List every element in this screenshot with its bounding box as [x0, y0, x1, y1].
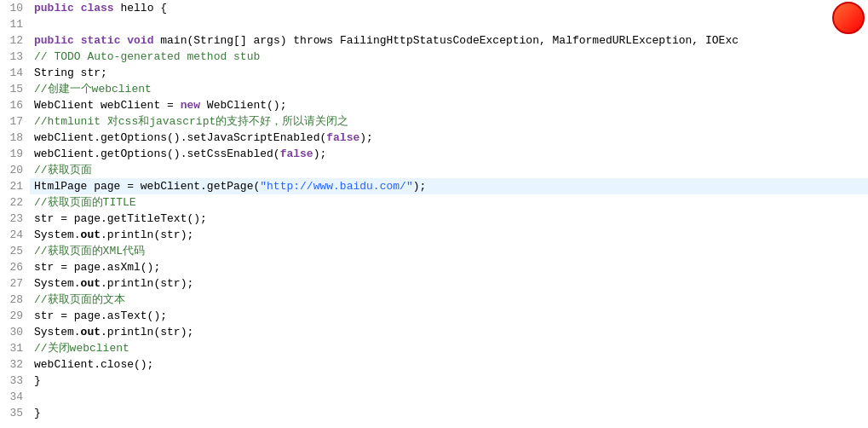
kw-token: false — [326, 131, 359, 144]
plain-token: System. — [34, 326, 81, 338]
plain-token: main(String[] args) throws FailingHttpSt… — [153, 34, 739, 47]
cm-token: //获取页面的文本 — [34, 293, 125, 306]
code-line: 28 //获取页面的文本 — [0, 292, 868, 308]
plain-token: .println(str); — [101, 277, 193, 290]
line-content: System.out.println(str); — [30, 275, 868, 292]
code-line: 22 //获取页面的TITLE — [0, 194, 868, 211]
line-number: 18 — [0, 130, 30, 146]
line-content: System.out.println(str); — [30, 324, 868, 340]
out-bold-token: out — [81, 326, 101, 338]
line-content: webClient.getOptions().setCssEnabled(fal… — [30, 146, 868, 162]
line-content — [30, 389, 868, 405]
plain-token: hello { — [114, 2, 167, 14]
line-content: String str; — [30, 65, 868, 81]
line-content: //关闭webclient — [30, 340, 868, 356]
cm-token: //htmlunit 对css和javascript的支持不好，所以请关闭之 — [34, 115, 348, 128]
plain-token: } — [34, 407, 41, 419]
kw-token: new — [181, 99, 200, 112]
plain-token: str = page.getTitleText(); — [34, 212, 207, 225]
line-number: 33 — [0, 373, 30, 389]
line-number: 22 — [0, 194, 30, 211]
line-content: //获取页面的XML代码 — [30, 243, 868, 259]
code-line: 13 // TODO Auto-generated method stub — [0, 49, 868, 65]
plain-token: WebClient webClient = — [34, 99, 181, 112]
code-line: 27 System.out.println(str); — [0, 275, 868, 292]
plain-token — [74, 2, 81, 14]
lines-container: 10public class hello {11 12 public stati… — [0, 0, 868, 421]
line-content: HtmlPage page = webClient.getPage("http:… — [30, 178, 868, 194]
code-line: 12 public static void main(String[] args… — [0, 32, 868, 49]
out-bold-token: out — [81, 228, 101, 241]
plain-token: HtmlPage page = webClient.getPage( — [34, 180, 260, 193]
line-number: 31 — [0, 340, 30, 356]
plain-token: webClient.close(); — [34, 358, 153, 371]
cm-token: //获取页面 — [34, 164, 92, 176]
code-line: 30 System.out.println(str); — [0, 324, 868, 340]
code-line: 32 webClient.close(); — [0, 356, 868, 373]
line-content: System.out.println(str); — [30, 227, 868, 243]
plain-token: webClient.getOptions().setJavaScriptEnab… — [34, 131, 326, 144]
kw-token: void — [127, 34, 153, 47]
line-number: 32 — [0, 356, 30, 373]
kw-token: false — [280, 147, 313, 160]
line-content: webClient.getOptions().setJavaScriptEnab… — [30, 130, 868, 146]
plain-token: System. — [34, 277, 81, 290]
plain-token — [74, 34, 81, 47]
plain-token: ); — [313, 147, 327, 160]
line-number: 23 — [0, 211, 30, 227]
code-line: 31 //关闭webclient — [0, 340, 868, 356]
code-line: 18 webClient.getOptions().setJavaScriptE… — [0, 130, 868, 146]
code-line: 20 //获取页面 — [0, 162, 868, 178]
plain-token: System. — [34, 228, 81, 241]
plain-token: .println(str); — [101, 228, 193, 241]
code-editor: 10public class hello {11 12 public stati… — [0, 0, 868, 428]
code-line: 15 //创建一个webclient — [0, 81, 868, 97]
line-content — [30, 16, 868, 32]
line-number: 11 — [0, 16, 30, 32]
line-number: 29 — [0, 308, 30, 324]
code-line: 34 — [0, 389, 868, 405]
code-line: 29 str = page.asText(); — [0, 308, 868, 324]
line-number: 14 — [0, 65, 30, 81]
line-number: 30 — [0, 324, 30, 340]
line-content: //htmlunit 对css和javascript的支持不好，所以请关闭之 — [30, 113, 868, 130]
code-line: 17 //htmlunit 对css和javascript的支持不好，所以请关闭… — [0, 113, 868, 130]
kw-token: static — [81, 34, 121, 47]
cm-token: //创建一个webclient — [34, 83, 152, 95]
line-content: public static void main(String[] args) t… — [30, 32, 868, 49]
line-content: str = page.asText(); — [30, 308, 868, 324]
code-line: 26 str = page.asXml(); — [0, 259, 868, 275]
line-number: 20 — [0, 162, 30, 178]
code-line: 11 — [0, 16, 868, 32]
line-number: 34 — [0, 389, 30, 405]
line-content: //获取页面的TITLE — [30, 194, 868, 211]
code-line: 23 str = page.getTitleText(); — [0, 211, 868, 227]
code-line: 14 String str; — [0, 65, 868, 81]
line-number: 35 — [0, 405, 30, 421]
line-number: 27 — [0, 275, 30, 292]
line-number: 12 — [0, 32, 30, 49]
code-line: 10public class hello { — [0, 0, 868, 16]
plain-token: String str; — [34, 67, 107, 79]
out-bold-token: out — [81, 277, 101, 290]
line-content: //获取页面的文本 — [30, 292, 868, 308]
code-line: 21 HtmlPage page = webClient.getPage("ht… — [0, 178, 868, 194]
plain-token: ); — [413, 180, 427, 193]
plain-token: ); — [359, 131, 373, 144]
line-content: str = page.getTitleText(); — [30, 211, 868, 227]
line-content: } — [30, 373, 868, 389]
code-line: 35} — [0, 405, 868, 421]
line-number: 26 — [0, 259, 30, 275]
str-token: "http://www.baidu.com/" — [260, 180, 412, 193]
plain-token: str = page.asXml(); — [34, 261, 160, 274]
kw-token: public — [34, 34, 74, 47]
kw-token: class — [81, 2, 114, 14]
plain-token: } — [34, 374, 41, 387]
line-number: 13 — [0, 49, 30, 65]
code-line: 24 System.out.println(str); — [0, 227, 868, 243]
line-number: 19 — [0, 146, 30, 162]
cm-token: //获取页面的XML代码 — [34, 245, 145, 257]
line-content: //获取页面 — [30, 162, 868, 178]
code-line: 16 WebClient webClient = new WebClient()… — [0, 97, 868, 113]
cm-token: // TODO Auto-generated method stub — [34, 50, 260, 63]
